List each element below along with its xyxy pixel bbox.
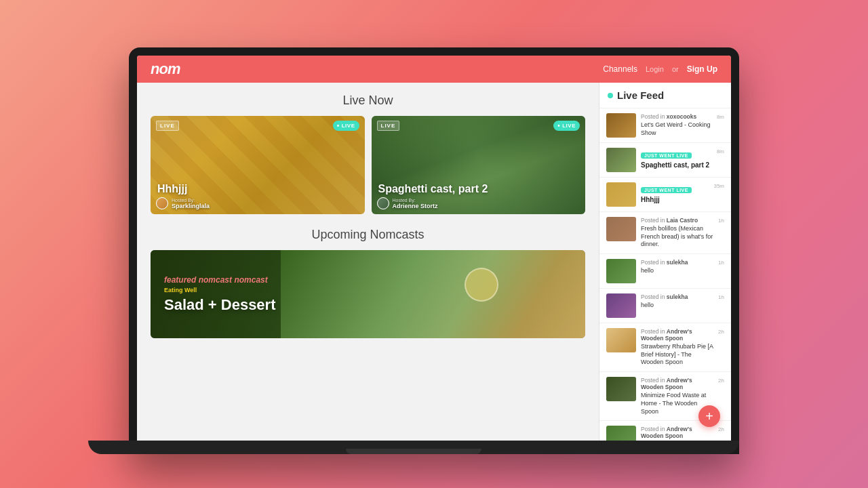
featured-food-element: [465, 268, 498, 302]
live-card-2[interactable]: LIVE LIVE Spaghetti cast, part 2 Hosted …: [372, 116, 586, 214]
feed-item-time-5: 1h: [718, 294, 724, 300]
feed-item-1[interactable]: JUST WENT LIVE Spaghetti cast, part 2 8m: [599, 143, 731, 178]
feed-item-meta-4: Posted in sulekha: [641, 259, 713, 266]
header-nav: Channels Login or Sign Up: [603, 64, 717, 74]
feed-thumb-4: [606, 259, 636, 283]
fab-button[interactable]: +: [698, 405, 720, 427]
featured-label-prefix: featured: [164, 275, 196, 285]
channels-link[interactable]: Channels: [603, 64, 637, 74]
featured-label-suffix-text: nomcast: [234, 275, 267, 285]
feed-item-title-2: Hhhjjj: [641, 195, 709, 204]
feed-item-4[interactable]: Posted in sulekha hello 1h: [599, 254, 731, 289]
live-card-1-title: Hhhjjj: [157, 183, 187, 195]
laptop-base: [88, 441, 739, 454]
feed-item-3[interactable]: Posted in Laia Castro Fresh bolillos (Me…: [599, 212, 731, 254]
live-feed-list: Posted in xoxocooks Let's Get Weird - Co…: [599, 108, 731, 446]
feed-thumb-img-1: [606, 148, 636, 172]
featured-bg: [281, 250, 585, 338]
feed-thumb-img-5: [606, 293, 636, 318]
feed-item-content-4: Posted in sulekha hello: [641, 259, 713, 275]
feed-item-content-6: Posted in Andrew's Wooden Spoon Strawber…: [641, 328, 713, 367]
signup-link[interactable]: Sign Up: [687, 64, 717, 74]
feed-item-content-0: Posted in xoxocooks Let's Get Weird - Co…: [641, 113, 712, 137]
live-card-2-host: Hosted By: Adrienne Stortz: [377, 197, 438, 209]
host-name-1: Sparklinglala: [172, 203, 210, 209]
feed-thumb-5: [606, 293, 636, 318]
live-dot-indicator: [608, 93, 613, 98]
feed-meta-prefix-8: Posted in: [641, 426, 667, 432]
featured-nomcast-card[interactable]: featured nomcast nomcast Eating Well Sal…: [151, 250, 585, 338]
hosted-by-label-2: Hosted By:: [393, 198, 438, 203]
feed-item-meta-8: Posted in Andrew's Wooden Spoon: [641, 426, 713, 439]
feed-item-time-2: 35m: [713, 183, 724, 189]
feed-item-content-3: Posted in Laia Castro Fresh bolillos (Me…: [641, 217, 713, 249]
live-badge-right-2: LIVE: [553, 121, 580, 131]
feed-thumb-img-4: [606, 259, 636, 283]
feed-item-meta-0: Posted in xoxocooks: [641, 113, 712, 120]
content-area: Live Now LIVE LIVE Hhhjjj: [137, 83, 599, 446]
feed-thumb-1: [606, 148, 636, 172]
feed-thumb-img-0: [606, 113, 636, 138]
feed-channel-3: Laia Castro: [667, 217, 698, 224]
host-info-1: Hosted By: Sparklinglala: [172, 198, 210, 209]
feed-item-time-3: 1h: [718, 218, 724, 224]
feed-meta-prefix-6: Posted in: [641, 328, 667, 335]
feed-item-time-6: 2h: [718, 329, 724, 335]
feed-item-time-0: 8m: [717, 114, 724, 120]
feed-channel-0: xoxocooks: [667, 113, 696, 120]
feed-item-time-7: 2h: [718, 378, 724, 384]
feed-item-title-3: Fresh bolillos (Mexican French bread) is…: [641, 225, 713, 249]
live-badge-left-1: LIVE: [156, 121, 179, 131]
just-went-live-badge-2: JUST WENT LIVE: [641, 187, 692, 193]
host-avatar-2: [377, 197, 389, 209]
feed-thumb-3: [606, 217, 636, 241]
feed-thumb-6: [606, 328, 636, 352]
feed-channel-4: sulekha: [667, 259, 688, 266]
feed-channel-5: sulekha: [667, 293, 688, 300]
feed-item-title-6: Strawberry Rhubarb Pie [A Brief History]…: [641, 343, 713, 367]
live-card-2-title: Spaghetti cast, part 2: [378, 183, 488, 195]
feed-item-title-5: hello: [641, 302, 713, 310]
nav-separator[interactable]: Login: [646, 65, 664, 73]
screen: nom Channels Login or Sign Up Live Now: [137, 56, 731, 446]
feed-item-meta-6: Posted in Andrew's Wooden Spoon: [641, 328, 713, 342]
feed-meta-prefix-5: Posted in: [641, 293, 667, 300]
live-feed-header: Live Feed: [599, 83, 731, 108]
host-name-2: Adrienne Stortz: [393, 203, 438, 209]
app-header: nom Channels Login or Sign Up: [137, 56, 731, 83]
logo[interactable]: nom: [151, 60, 180, 78]
feed-item-content-5: Posted in sulekha hello: [641, 293, 713, 310]
feed-thumb-img-7: [606, 377, 636, 401]
feed-thumb-2: [606, 182, 636, 207]
live-now-grid: LIVE LIVE Hhhjjj Hosted By: Sparklinglal…: [151, 116, 585, 214]
featured-content: featured nomcast nomcast Eating Well Sal…: [164, 275, 275, 314]
live-now-title: Live Now: [151, 94, 585, 108]
feed-item-content-1: JUST WENT LIVE Spaghetti cast, part 2: [641, 148, 712, 169]
hosted-by-label-1: Hosted By:: [172, 198, 210, 203]
feed-meta-prefix-3: Posted in: [641, 217, 667, 224]
live-feed-title: Live Feed: [617, 89, 664, 101]
feed-item-2[interactable]: JUST WENT LIVE Hhhjjj 35m: [599, 178, 731, 212]
feed-meta-prefix-4: Posted in: [641, 259, 667, 266]
feed-thumb-img-2: [606, 182, 636, 207]
main-layout: Live Now LIVE LIVE Hhhjjj: [137, 83, 731, 446]
feed-item-time-1: 8m: [717, 148, 724, 155]
feed-item-time-4: 1h: [718, 260, 724, 266]
feed-item-meta-3: Posted in Laia Castro: [641, 217, 713, 224]
feed-item-title-4: hello: [641, 267, 713, 275]
host-info-2: Hosted By: Adrienne Stortz: [393, 198, 438, 209]
live-feed-sidebar: Live Feed Posted in xoxocooks: [599, 83, 731, 446]
feed-item-content-2: JUST WENT LIVE Hhhjjj: [641, 182, 709, 204]
upcoming-title: Upcoming Nomcasts: [151, 228, 585, 242]
feed-meta-prefix-7: Posted in: [641, 377, 667, 384]
feed-item-5[interactable]: Posted in sulekha hello 1h: [599, 289, 731, 323]
feed-item-0[interactable]: Posted in xoxocooks Let's Get Weird - Co…: [599, 108, 731, 143]
live-card-1[interactable]: LIVE LIVE Hhhjjj Hosted By: Sparklinglal…: [151, 116, 365, 214]
feed-thumb-7: [606, 377, 636, 401]
feed-item-title-0: Let's Get Weird - Cooking Show: [641, 121, 712, 137]
feed-thumb-img-3: [606, 217, 636, 241]
feed-thumb-0: [606, 113, 636, 138]
feed-item-title-1: Spaghetti cast, part 2: [641, 161, 712, 169]
feed-item-6[interactable]: Posted in Andrew's Wooden Spoon Strawber…: [599, 323, 731, 372]
featured-subtitle: Eating Well: [164, 287, 275, 293]
